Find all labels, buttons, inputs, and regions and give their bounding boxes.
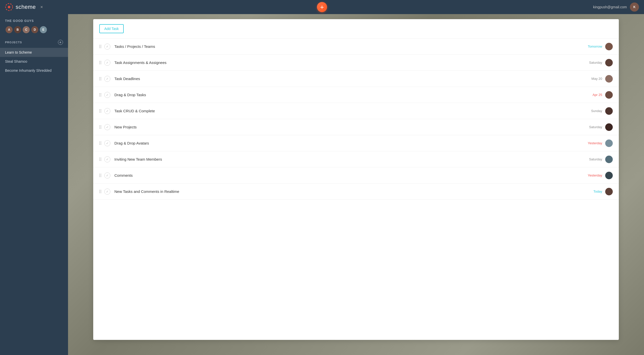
user-avatar[interactable]: K (630, 3, 639, 12)
header-right: kingpush@gmail.com K (593, 3, 639, 12)
task-due-date: Sunday (582, 109, 602, 113)
app-header: scheme × + kingpush@gmail.com K (0, 0, 644, 14)
task-name: Comments (114, 173, 582, 177)
drag-handle (99, 141, 101, 145)
svg-point-1 (8, 6, 10, 8)
team-name: THE GOOD GUYS (0, 19, 68, 26)
task-name: Drag & Drop Avatars (114, 141, 582, 145)
team-member-avatar[interactable]: E (39, 26, 47, 34)
sidebar-item-become-inhumanly-shredded[interactable]: Become Inhumanly Shredded (0, 66, 68, 75)
task-row[interactable]: ✓Drag & Drop TasksApr 25 (93, 87, 619, 103)
close-button[interactable]: × (40, 5, 43, 10)
task-row[interactable]: ✓Drag & Drop AvatarsYesterday (93, 135, 619, 151)
logo-icon (5, 3, 13, 11)
task-name: Task CRUD & Complete (114, 109, 582, 113)
add-project-button[interactable]: + (58, 40, 63, 45)
task-list: ✓Tasks / Projects / TeamsTomorrow✓Task A… (93, 39, 619, 340)
drag-handle (99, 109, 101, 113)
task-due-date: May 20 (582, 77, 602, 81)
team-member-avatar[interactable]: A (5, 26, 13, 34)
task-checkbox[interactable]: ✓ (104, 44, 110, 50)
task-row[interactable]: ✓New ProjectsSaturday (93, 119, 619, 135)
main-layout: THE GOOD GUYS A B C D E PROJECTS + Learn… (0, 14, 644, 355)
task-row[interactable]: ✓CommentsYesterday (93, 167, 619, 184)
task-due-date: Yesterday (582, 141, 602, 145)
drag-handle (99, 61, 101, 64)
task-due-date: Tomorrow (582, 45, 602, 48)
task-panel-header: Add Task (93, 19, 619, 39)
task-due-date: Saturday (582, 125, 602, 129)
global-add-button[interactable]: + (317, 2, 327, 12)
header-center: + (317, 2, 327, 12)
task-row[interactable]: ✓Task CRUD & CompleteSunday (93, 103, 619, 119)
drag-handle (99, 77, 101, 80)
projects-header: PROJECTS + (0, 40, 68, 48)
sidebar: THE GOOD GUYS A B C D E PROJECTS + Learn… (0, 14, 68, 355)
drag-handle (99, 125, 101, 129)
task-checkbox[interactable]: ✓ (104, 124, 110, 130)
add-task-button[interactable]: Add Task (99, 24, 124, 33)
task-panel: Add Task ✓Tasks / Projects / TeamsTomorr… (93, 19, 619, 340)
task-checkbox[interactable]: ✓ (104, 60, 110, 66)
task-assignee-avatar[interactable] (605, 188, 613, 195)
task-name: New Tasks and Comments in Realtime (114, 189, 582, 194)
task-due-date: Yesterday (582, 173, 602, 177)
task-checkbox[interactable]: ✓ (104, 172, 110, 179)
task-checkbox[interactable]: ✓ (104, 140, 110, 146)
team-avatars: A B C D E (0, 26, 68, 40)
sidebar-item-learn-to-scheme[interactable]: Learn to Scheme (0, 48, 68, 57)
drag-handle (99, 190, 101, 193)
task-due-date: Saturday (582, 157, 602, 161)
task-checkbox[interactable]: ✓ (104, 108, 110, 114)
task-checkbox[interactable]: ✓ (104, 92, 110, 98)
task-checkbox[interactable]: ✓ (104, 189, 110, 195)
header-left: scheme × (5, 3, 43, 11)
task-checkbox[interactable]: ✓ (104, 156, 110, 162)
task-name: Inviting New Team Members (114, 157, 582, 161)
drag-handle (99, 174, 101, 177)
task-assignee-avatar[interactable] (605, 139, 613, 147)
task-assignee-avatar[interactable] (605, 43, 613, 50)
app-name: scheme (16, 4, 36, 10)
main-content: Add Task ✓Tasks / Projects / TeamsTomorr… (68, 14, 644, 355)
task-name: Task Deadlines (114, 77, 582, 81)
drag-handle (99, 45, 101, 48)
drag-handle (99, 93, 101, 96)
task-assignee-avatar[interactable] (605, 107, 613, 115)
task-row[interactable]: ✓Inviting New Team MembersSaturday (93, 151, 619, 167)
task-name: New Projects (114, 125, 582, 129)
sidebar-item-steal-shamoo[interactable]: Steal Shamoo (0, 57, 68, 66)
task-row[interactable]: ✓Tasks / Projects / TeamsTomorrow (93, 39, 619, 55)
drag-handle (99, 158, 101, 161)
team-member-avatar[interactable]: B (14, 26, 22, 34)
team-member-avatar[interactable]: C (22, 26, 30, 34)
team-member-avatar[interactable]: D (31, 26, 39, 34)
task-assignee-avatar[interactable] (605, 75, 613, 83)
task-name: Task Assignments & Assignees (114, 60, 582, 65)
task-assignee-avatar[interactable] (605, 123, 613, 131)
task-assignee-avatar[interactable] (605, 172, 613, 179)
user-email: kingpush@gmail.com (593, 5, 627, 9)
task-due-date: Today (582, 190, 602, 193)
project-list: Learn to SchemeSteal ShamooBecome Inhuma… (0, 48, 68, 75)
task-row[interactable]: ✓Task Assignments & AssigneesSaturday (93, 55, 619, 71)
task-row[interactable]: ✓New Tasks and Comments in RealtimeToday (93, 184, 619, 200)
task-row[interactable]: ✓Task DeadlinesMay 20 (93, 71, 619, 87)
task-checkbox[interactable]: ✓ (104, 76, 110, 82)
task-assignee-avatar[interactable] (605, 91, 613, 99)
task-due-date: Saturday (582, 61, 602, 64)
task-due-date: Apr 25 (582, 93, 602, 97)
task-assignee-avatar[interactable] (605, 59, 613, 66)
task-name: Tasks / Projects / Teams (114, 44, 582, 49)
task-assignee-avatar[interactable] (605, 156, 613, 163)
projects-label: PROJECTS (5, 41, 22, 44)
task-name: Drag & Drop Tasks (114, 93, 582, 97)
